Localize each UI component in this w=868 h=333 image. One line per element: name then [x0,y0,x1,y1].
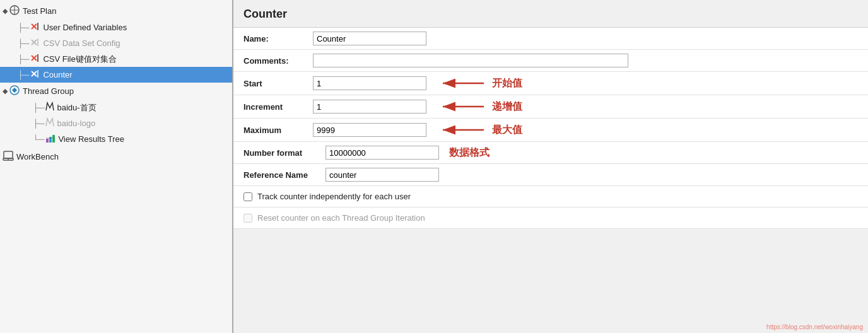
track-counter-row: Track counter independently for each use… [233,186,868,207]
baidu-home-icon [45,102,54,114]
increment-input[interactable] [313,100,426,114]
branch-line7: └─ [33,134,44,144]
workbench-icon [3,150,14,163]
tree-item-counter[interactable]: ├─ Counter [0,67,232,83]
results-tree-icon [45,133,56,145]
increment-annotation-arrow: 递增值 [437,99,522,114]
reset-counter-row: Reset counter on each Thread Group Itera… [233,207,868,229]
comments-row: Comments: [233,50,868,72]
start-annotation-text: 开始值 [492,77,522,90]
reset-counter-checkbox[interactable] [243,214,252,223]
branch-line2: ├─ [18,38,29,48]
svg-rect-17 [49,137,52,143]
watermark-text: https://blog.csdn.net/woxinhaiyang [766,324,863,330]
tree-item-csv-file[interactable]: ├─ CSV File键值对集合 [0,51,232,67]
name-input[interactable] [313,32,426,45]
comments-label: Comments: [243,56,313,66]
number-format-row: Number format 数据格式 [233,142,868,164]
tree-panel: ◆ Test Plan ├─ User Defined Variables ├─… [0,0,233,333]
tree-item-baidu-logo[interactable]: ├─ baidu-logo [0,115,232,131]
reference-name-input[interactable] [326,168,439,182]
tree-item-view-results-tree[interactable]: └─ View Results Tree [0,131,232,147]
branch-line5: ├─ [33,103,44,112]
user-vars-icon [30,21,40,33]
csv-config-label: CSV Data Set Config [43,38,120,48]
increment-annotation-text: 递增值 [492,100,522,114]
comments-input[interactable] [313,54,628,67]
branch-line: ├─ [18,23,29,32]
testplan-icon [9,4,20,18]
start-arrow-svg [437,76,487,91]
name-label: Name: [243,34,313,44]
number-format-input[interactable] [326,146,439,160]
csv-file-label: CSV File键值对集合 [43,54,116,65]
start-annotation-arrow: 开始值 [437,76,522,91]
expand-icon: ◆ [3,7,8,15]
increment-row: Increment 递增值 [233,95,868,119]
reset-counter-label: Reset counter on each Thread Group Itera… [257,213,425,223]
tree-item-user-defined-vars[interactable]: ├─ User Defined Variables [0,20,232,35]
baidu-logo-icon [45,117,54,129]
thread-group-icon [9,85,20,98]
track-counter-checkbox[interactable] [243,192,252,201]
branch-line6: ├─ [33,119,44,128]
maximum-annotation-text: 最大值 [492,124,522,137]
counter-label: Counter [43,70,72,79]
counter-title: Counter [233,0,868,27]
number-format-label: Number format [243,148,326,158]
branch-line3: ├─ [18,54,29,64]
tree-item-baidu-home[interactable]: ├─ baidu-首页 [0,100,232,115]
view-results-label: View Results Tree [58,134,124,144]
track-counter-label: Track counter independently for each use… [257,192,411,201]
test-plan-label: Test Plan [23,6,56,16]
csv-config-icon [30,37,40,49]
start-row: Start 开始值 [233,72,868,95]
user-vars-label: User Defined Variables [43,23,127,32]
baidu-logo-label: baidu-logo [57,119,95,128]
tree-item-csv-config[interactable]: ├─ CSV Data Set Config [0,35,232,51]
reference-name-label: Reference Name [243,170,326,180]
increment-arrow-svg [437,99,487,114]
svg-rect-18 [52,135,55,143]
start-input[interactable] [313,76,426,90]
thread-group-label: Thread Group [23,86,74,96]
branch-line4: ├─ [18,70,29,79]
maximum-label: Maximum [243,126,313,135]
start-label: Start [243,79,313,88]
name-row: Name: [233,28,868,50]
tree-item-workbench[interactable]: WorkBench [0,148,232,165]
counter-icon [30,69,40,81]
counter-panel: Counter Name: Comments: Start [233,0,868,333]
tree-item-thread-group[interactable]: ◆ Thread Group [0,83,232,100]
maximum-input[interactable] [313,123,426,137]
svg-rect-16 [46,139,49,143]
maximum-row: Maximum 最大值 [233,119,868,142]
increment-label: Increment [243,102,313,112]
maximum-arrow-svg [437,122,487,137]
workbench-label: WorkBench [16,152,59,161]
number-format-annotation: 数据格式 [449,146,490,160]
svg-rect-20 [4,151,13,158]
reference-name-row: Reference Name [233,164,868,186]
baidu-home-label: baidu-首页 [57,102,96,114]
counter-form: Name: Comments: Start 开始值 [233,27,868,229]
tree-item-test-plan[interactable]: ◆ Test Plan [0,3,232,20]
maximum-annotation-arrow: 最大值 [437,122,522,137]
expand2-icon: ◆ [3,87,8,95]
csv-file-icon [30,53,40,65]
